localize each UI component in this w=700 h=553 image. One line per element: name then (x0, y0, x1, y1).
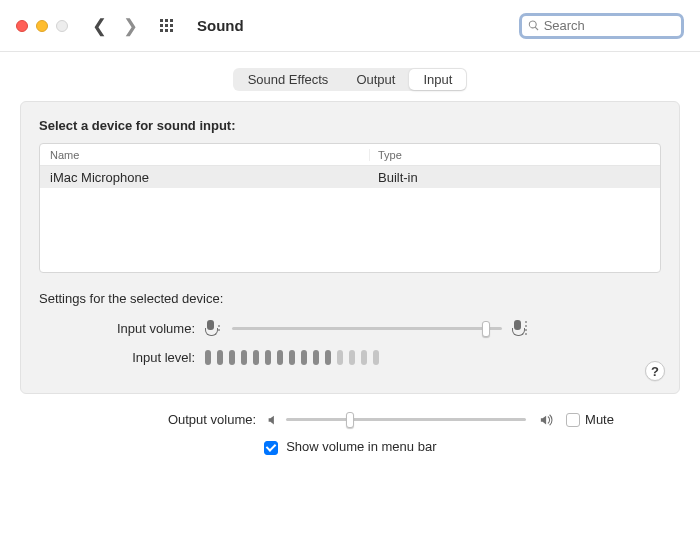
slider-thumb[interactable] (482, 321, 490, 337)
search-icon (528, 19, 540, 32)
col-type[interactable]: Type (370, 149, 660, 161)
settings-heading: Settings for the selected device: (39, 291, 661, 306)
mute-label: Mute (585, 412, 614, 427)
toolbar: ❮ ❯ Sound (0, 0, 700, 52)
input-volume-label: Input volume: (39, 321, 205, 336)
mic-high-level-icon (525, 321, 527, 335)
output-volume-slider[interactable] (286, 418, 526, 421)
mic-low-icon (205, 320, 216, 336)
tab-input[interactable]: Input (409, 69, 466, 90)
slider-thumb[interactable] (346, 412, 354, 428)
mic-high-icon (512, 320, 523, 336)
window-controls (16, 20, 68, 32)
show-all-icon[interactable] (160, 19, 173, 32)
col-name[interactable]: Name (40, 149, 370, 161)
close-icon[interactable] (16, 20, 28, 32)
mute-checkbox[interactable] (566, 413, 580, 427)
show-in-menubar-label: Show volume in menu bar (286, 439, 436, 454)
tab-sound-effects[interactable]: Sound Effects (234, 69, 343, 90)
zoom-icon (56, 20, 68, 32)
mic-low-level-icon (218, 325, 220, 331)
input-level-meter (205, 350, 379, 365)
input-volume-slider[interactable] (232, 327, 502, 330)
device-select-heading: Select a device for sound input: (39, 118, 661, 133)
input-panel: Select a device for sound input: Name Ty… (20, 101, 680, 394)
output-volume-label: Output volume: (86, 412, 266, 427)
table-row[interactable]: iMac Microphone Built-in (40, 166, 660, 188)
search-field[interactable] (519, 13, 684, 39)
search-input[interactable] (544, 18, 675, 33)
device-name: iMac Microphone (40, 170, 370, 185)
forward-button: ❯ (119, 15, 142, 37)
back-button[interactable]: ❮ (88, 15, 111, 37)
device-table: Name Type iMac Microphone Built-in (39, 143, 661, 273)
input-level-label: Input level: (39, 350, 205, 365)
output-section: Output volume: Mute Show volume in menu … (0, 394, 700, 455)
speaker-high-icon (538, 413, 556, 427)
show-in-menubar-checkbox[interactable] (264, 441, 278, 455)
tab-bar: Sound Effects Output Input (20, 68, 680, 91)
tab-output[interactable]: Output (342, 69, 409, 90)
table-header: Name Type (40, 144, 660, 166)
speaker-low-icon (266, 413, 280, 427)
window-title: Sound (197, 17, 244, 34)
minimize-icon[interactable] (36, 20, 48, 32)
help-button[interactable]: ? (645, 361, 665, 381)
input-level-row: Input level: (39, 350, 661, 365)
input-volume-row: Input volume: (39, 320, 661, 336)
device-type: Built-in (370, 170, 660, 185)
